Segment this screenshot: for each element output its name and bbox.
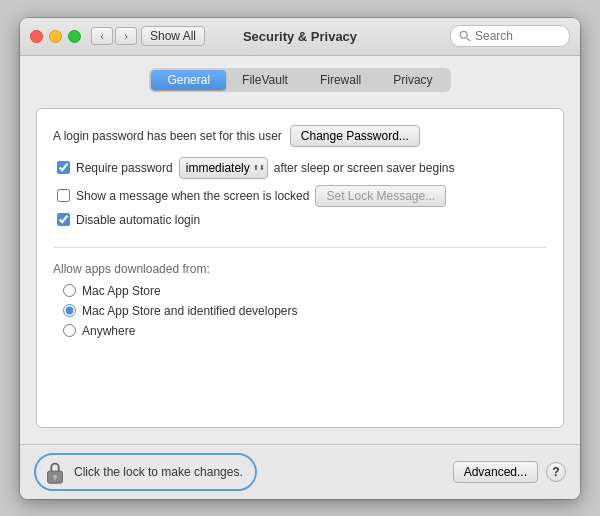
tab-general[interactable]: General: [151, 70, 226, 90]
show-message-row: Show a message when the screen is locked…: [53, 185, 547, 207]
login-password-row: A login password has been set for this u…: [53, 125, 547, 147]
radio-anywhere-row: Anywhere: [53, 324, 547, 338]
after-sleep-text: after sleep or screen saver begins: [274, 161, 455, 175]
main-content: A login password has been set for this u…: [36, 108, 564, 428]
radio-mac-app-store[interactable]: [63, 284, 76, 297]
window-title: Security & Privacy: [243, 29, 357, 44]
tabs: General FileVault Firewall Privacy: [36, 68, 564, 92]
password-timing-select[interactable]: immediately: [179, 157, 268, 179]
login-section: A login password has been set for this u…: [53, 125, 547, 227]
require-password-checkbox[interactable]: [57, 161, 70, 174]
show-message-label: Show a message when the screen is locked: [76, 189, 309, 203]
radio-mac-identified-row: Mac App Store and identified developers: [53, 304, 547, 318]
require-password-row: Require password immediately after sleep…: [53, 157, 547, 179]
mac-app-store-label: Mac App Store: [82, 284, 161, 298]
allow-apps-section: Allow apps downloaded from: Mac App Stor…: [53, 262, 547, 338]
main-window: ‹ › Show All Security & Privacy General …: [20, 18, 580, 499]
help-button[interactable]: ?: [546, 462, 566, 482]
back-button[interactable]: ‹: [91, 27, 113, 45]
lock-area[interactable]: Click the lock to make changes.: [34, 453, 257, 491]
advanced-button[interactable]: Advanced...: [453, 461, 538, 483]
change-password-button[interactable]: Change Password...: [290, 125, 420, 147]
lock-text: Click the lock to make changes.: [74, 465, 243, 479]
tab-bar: General FileVault Firewall Privacy: [149, 68, 450, 92]
forward-button[interactable]: ›: [115, 27, 137, 45]
tab-firewall[interactable]: Firewall: [304, 70, 377, 90]
close-button[interactable]: [30, 30, 43, 43]
svg-point-0: [460, 31, 467, 38]
disable-login-row: Disable automatic login: [53, 213, 547, 227]
password-timing-wrapper: immediately: [179, 157, 268, 179]
search-icon: [459, 30, 471, 42]
radio-mac-app-store-identified[interactable]: [63, 304, 76, 317]
lock-icon: [44, 459, 66, 485]
svg-point-3: [53, 474, 57, 478]
login-password-text: A login password has been set for this u…: [53, 129, 282, 143]
traffic-lights: [30, 30, 81, 43]
radio-anywhere[interactable]: [63, 324, 76, 337]
mac-app-store-identified-label: Mac App Store and identified developers: [82, 304, 297, 318]
show-message-checkbox[interactable]: [57, 189, 70, 202]
search-box[interactable]: [450, 25, 570, 47]
bottom-bar: Click the lock to make changes. Advanced…: [20, 444, 580, 499]
bottom-right: Advanced... ?: [453, 461, 566, 483]
svg-line-1: [467, 38, 470, 41]
maximize-button[interactable]: [68, 30, 81, 43]
search-input[interactable]: [475, 29, 561, 43]
nav-buttons: ‹ ›: [91, 27, 137, 45]
radio-mac-app-store-row: Mac App Store: [53, 284, 547, 298]
tab-privacy[interactable]: Privacy: [377, 70, 448, 90]
disable-login-label: Disable automatic login: [76, 213, 200, 227]
tab-filevault[interactable]: FileVault: [226, 70, 304, 90]
section-divider: [53, 247, 547, 248]
require-password-label: Require password: [76, 161, 173, 175]
set-lock-message-button[interactable]: Set Lock Message...: [315, 185, 446, 207]
minimize-button[interactable]: [49, 30, 62, 43]
disable-login-checkbox[interactable]: [57, 213, 70, 226]
allow-apps-label: Allow apps downloaded from:: [53, 262, 547, 276]
anywhere-label: Anywhere: [82, 324, 135, 338]
content-area: General FileVault Firewall Privacy A log…: [20, 56, 580, 444]
show-all-button[interactable]: Show All: [141, 26, 205, 46]
titlebar: ‹ › Show All Security & Privacy: [20, 18, 580, 56]
